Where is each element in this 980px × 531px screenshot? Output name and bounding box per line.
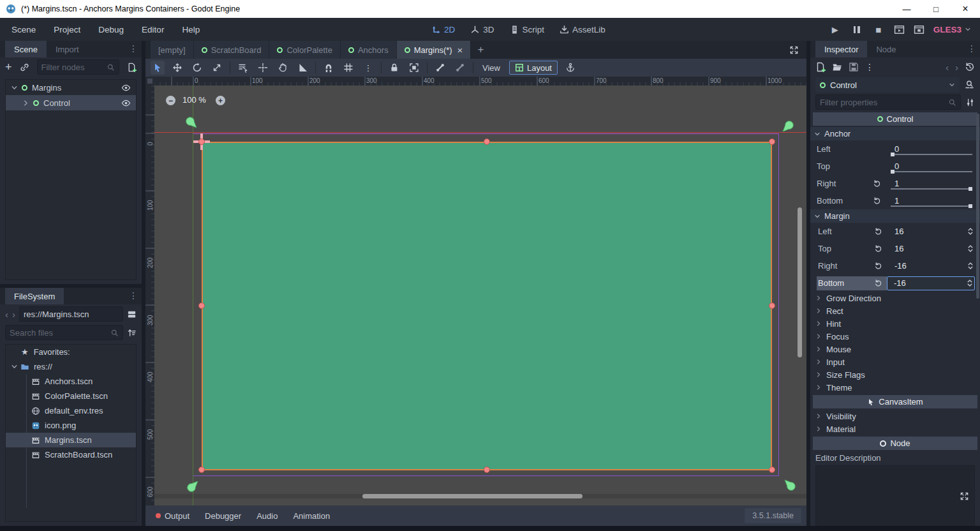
scale-tool-button[interactable] <box>210 61 224 75</box>
rotate-tool-button[interactable] <box>190 61 204 75</box>
group-object-button[interactable] <box>407 61 421 75</box>
anchor-handle-topright[interactable] <box>780 119 796 134</box>
group-input[interactable]: Input <box>810 355 980 368</box>
new-scene-tab-button[interactable]: + <box>471 41 490 59</box>
file-row-selected[interactable]: Margins.tscn <box>6 433 136 447</box>
skeleton-menu-button[interactable] <box>453 61 467 75</box>
property-value[interactable]: -16 <box>894 278 906 288</box>
tab-node[interactable]: Node <box>867 41 905 57</box>
workspace-assetlib[interactable]: AssetLib <box>554 18 611 41</box>
file-row[interactable]: ScratchBoard.tscn <box>6 447 136 462</box>
property-value[interactable]: 0 <box>895 161 899 171</box>
distraction-free-icon[interactable] <box>789 45 799 55</box>
history-icon[interactable] <box>965 62 975 72</box>
revert-icon[interactable] <box>873 197 881 205</box>
new-resource-icon[interactable] <box>815 62 826 72</box>
zoom-out-button[interactable]: − <box>166 96 175 105</box>
revert-icon[interactable] <box>874 244 882 253</box>
menu-scene[interactable]: Scene <box>3 18 45 41</box>
property-value[interactable]: 16 <box>895 227 903 236</box>
skeleton-options-button[interactable] <box>433 61 447 75</box>
save-resource-icon[interactable] <box>849 62 859 72</box>
property-value[interactable]: -16 <box>895 261 907 271</box>
filter-properties-input[interactable] <box>815 94 961 110</box>
group-mouse[interactable]: Mouse <box>810 343 980 355</box>
load-resource-icon[interactable] <box>832 62 842 72</box>
anchor-bottom-slider[interactable]: 1 <box>887 192 975 209</box>
visibility-eye-icon[interactable] <box>121 98 131 108</box>
resize-handle-bottom[interactable] <box>484 467 490 473</box>
expand-textarea-icon[interactable] <box>960 491 969 501</box>
anchor-right-slider[interactable]: 1 <box>887 175 975 192</box>
collapse-icon[interactable] <box>11 363 18 370</box>
revert-icon[interactable] <box>873 179 881 188</box>
canvas-workspace[interactable]: − 100 % + <box>154 86 806 505</box>
property-value[interactable]: 0 <box>895 144 899 154</box>
property-value[interactable]: 16 <box>895 244 903 253</box>
margin-top-spinbox[interactable]: 16 <box>887 242 975 256</box>
scene-tab-colorpalette[interactable]: ColorPalette <box>269 41 340 59</box>
expand-icon-chevron[interactable] <box>22 100 29 107</box>
scene-dock-menu-icon[interactable]: ⋮ <box>129 43 138 54</box>
group-visibility[interactable]: Visibility <box>810 410 980 423</box>
tab-inspector[interactable]: Inspector <box>815 41 867 57</box>
menu-project[interactable]: Project <box>45 18 89 41</box>
filter-nodes-input[interactable] <box>37 59 119 75</box>
menu-editor[interactable]: Editor <box>133 18 173 41</box>
category-margin[interactable]: Margin <box>810 209 980 223</box>
history-back-icon[interactable]: ‹ <box>946 62 949 73</box>
filter-nodes-field[interactable] <box>41 63 107 72</box>
scene-tab-empty[interactable]: [empty] <box>151 41 193 59</box>
category-anchor[interactable]: Anchor <box>810 127 980 140</box>
layout-menu-button[interactable]: Layout <box>509 61 558 75</box>
path-bar[interactable] <box>19 306 123 322</box>
spinner-icon[interactable] <box>967 244 974 253</box>
filesystem-dock-menu-icon[interactable]: ⋮ <box>129 290 138 301</box>
grid-snap-button[interactable] <box>341 61 355 75</box>
2d-viewport[interactable]: 0 100 200 300 400 500 600 700 800 900 10… <box>145 77 806 505</box>
resize-handle-topleft[interactable] <box>198 138 205 145</box>
search-files-field[interactable] <box>10 328 110 338</box>
revert-icon[interactable] <box>874 262 882 270</box>
maximize-button[interactable]: □ <box>921 0 951 18</box>
slider-thumb[interactable] <box>891 170 895 174</box>
margin-left-spinbox[interactable]: 16 <box>887 225 975 239</box>
anchor-handle-bottomright[interactable] <box>782 477 798 493</box>
anchor-handle-bottomleft[interactable] <box>185 479 200 494</box>
control-node-rect[interactable] <box>202 142 772 470</box>
smart-snap-button[interactable] <box>322 61 336 75</box>
scene-tab-margins[interactable]: Margins(*) × <box>397 41 471 59</box>
anchor-left-slider[interactable]: 0 <box>887 140 975 158</box>
snap-options-menu-icon[interactable]: ⋮ <box>361 61 375 75</box>
visibility-eye-icon[interactable] <box>121 83 131 93</box>
pause-button[interactable] <box>850 23 863 36</box>
play-button[interactable]: ▶ <box>829 23 842 36</box>
resize-handle-top[interactable] <box>484 138 490 145</box>
menu-help[interactable]: Help <box>173 18 209 41</box>
add-node-button[interactable]: + <box>5 61 12 73</box>
ruler-tool-button[interactable] <box>295 61 309 75</box>
slider-track[interactable] <box>891 206 972 207</box>
zoom-level[interactable]: 100 % <box>182 95 206 105</box>
scene-tab-scratchboard[interactable]: ScratchBoard <box>194 41 269 59</box>
renderer-selector[interactable]: GLES3 <box>933 25 971 34</box>
inspector-properties[interactable]: Control Anchor Left 0 Top 0 <box>810 111 980 526</box>
margin-right-spinbox[interactable]: -16 <box>887 259 975 273</box>
search-files-input[interactable] <box>5 325 123 340</box>
move-tool-button[interactable] <box>170 61 184 75</box>
select-tool-button[interactable] <box>151 61 165 75</box>
animation-panel-button[interactable]: Animation <box>285 511 338 521</box>
property-value[interactable]: 1 <box>895 196 899 206</box>
menu-debug[interactable]: Debug <box>89 18 133 41</box>
tree-row-control[interactable]: Control <box>6 95 136 110</box>
property-value[interactable]: 1 <box>895 179 899 188</box>
inspector-scrollbar[interactable] <box>976 114 979 299</box>
stop-button[interactable]: ■ <box>872 23 885 36</box>
tab-filesystem[interactable]: FileSystem <box>5 288 64 304</box>
list-select-tool-button[interactable] <box>236 61 250 75</box>
workspace-2d[interactable]: 2D <box>426 18 460 41</box>
inspector-menu-icon[interactable]: ⋮ <box>967 43 976 54</box>
slider-thumb[interactable] <box>969 187 972 191</box>
spinner-icon[interactable] <box>967 227 974 236</box>
revert-icon[interactable] <box>874 227 882 236</box>
